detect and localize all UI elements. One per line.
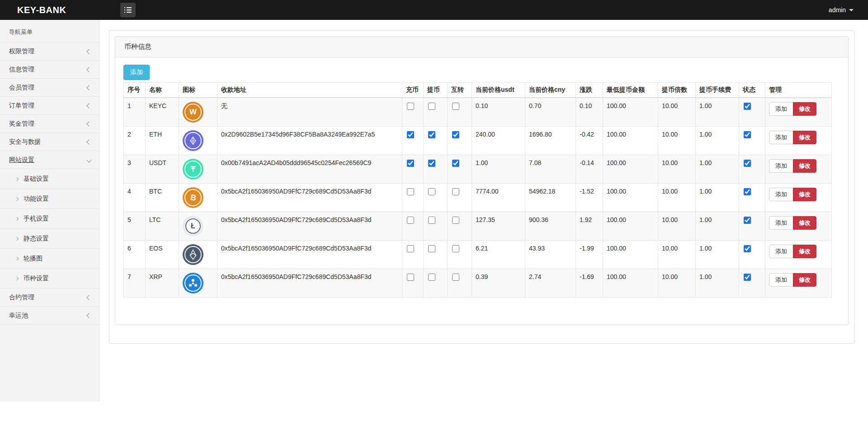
- keyc-coin-icon: W: [183, 102, 203, 123]
- withdraw-checkbox[interactable]: [428, 160, 435, 167]
- deposit-checkbox[interactable]: [407, 245, 414, 252]
- transfer-checkbox[interactable]: [452, 217, 459, 224]
- row-edit-button[interactable]: 修改: [793, 131, 816, 144]
- ltc-coin-icon: Ł: [183, 216, 203, 237]
- sidebar-item-label: 奖金管理: [9, 120, 87, 128]
- row-edit-button[interactable]: 修改: [793, 188, 816, 201]
- sidebar-nav: 权限管理信息管理会员管理订单管理奖金管理安全与数据网站设置基础设置功能设置手机设…: [0, 43, 99, 325]
- withdraw-checkbox[interactable]: [428, 103, 435, 110]
- column-header: 涨跌: [576, 83, 603, 98]
- row-edit-button[interactable]: 修改: [793, 245, 816, 258]
- sidebar-item-contracts[interactable]: 合约管理: [0, 289, 99, 307]
- cell-price-usdt: 0.39: [472, 269, 525, 298]
- sidebar-item-members[interactable]: 会员管理: [0, 79, 99, 97]
- deposit-checkbox[interactable]: [407, 274, 414, 281]
- column-header: 最低提币金额: [603, 83, 658, 98]
- cell-min-withdraw: 100.00: [603, 184, 658, 212]
- row-add-button[interactable]: 添加: [769, 131, 793, 144]
- withdraw-checkbox[interactable]: [428, 217, 435, 224]
- cell-icon: [179, 241, 217, 269]
- sidebar-item-site-settings[interactable]: 网站设置: [0, 151, 99, 169]
- row-edit-button[interactable]: 修改: [793, 216, 816, 230]
- row-add-button[interactable]: 添加: [769, 245, 793, 258]
- sidebar-item-permissions[interactable]: 权限管理: [0, 43, 99, 61]
- add-coin-button[interactable]: 添加: [123, 65, 150, 80]
- withdraw-checkbox[interactable]: [428, 188, 435, 195]
- row-add-button[interactable]: 添加: [769, 188, 793, 201]
- withdraw-checkbox[interactable]: [428, 245, 435, 252]
- cell-price-cny: 54962.18: [525, 184, 576, 212]
- deposit-checkbox[interactable]: [407, 131, 414, 138]
- column-header: 提币手续费: [696, 83, 739, 98]
- transfer-checkbox[interactable]: [452, 188, 459, 195]
- table-row: 5LTCŁ0x5bcA2f165036950AD9FfC729c689Cd5D5…: [124, 212, 832, 241]
- status-checkbox[interactable]: [744, 131, 751, 138]
- status-checkbox[interactable]: [744, 274, 751, 281]
- cell-change: -0.42: [576, 127, 603, 155]
- sidebar-subitem-basic-settings[interactable]: 基础设置: [0, 169, 99, 189]
- status-checkbox[interactable]: [744, 160, 751, 167]
- transfer-checkbox[interactable]: [452, 160, 459, 167]
- cell-change: -1.69: [576, 269, 603, 298]
- cell-index: 2: [124, 127, 146, 155]
- sidebar-toggle-button[interactable]: [120, 3, 136, 17]
- cell-status: [739, 241, 765, 269]
- status-checkbox[interactable]: [744, 217, 751, 224]
- row-add-button[interactable]: 添加: [769, 159, 793, 173]
- user-menu[interactable]: admin: [829, 0, 854, 20]
- sidebar-subitem-coin-settings[interactable]: 币种设置: [0, 269, 99, 289]
- column-header: 当前价格cny: [525, 83, 576, 98]
- row-edit-button[interactable]: 修改: [793, 273, 816, 287]
- row-add-button[interactable]: 添加: [769, 216, 793, 230]
- cell-name: ETH: [146, 127, 179, 155]
- cell-min-withdraw: 100.00: [603, 241, 658, 269]
- sidebar-item-security-data[interactable]: 安全与数据: [0, 133, 99, 151]
- status-checkbox[interactable]: [744, 103, 751, 110]
- sidebar-item-bonus[interactable]: 奖金管理: [0, 115, 99, 133]
- cell-min-withdraw: 100.00: [603, 127, 658, 155]
- status-checkbox[interactable]: [744, 188, 751, 195]
- cell-index: 3: [124, 155, 146, 184]
- cell-actions: 添加修改: [765, 127, 832, 155]
- withdraw-checkbox[interactable]: [428, 274, 435, 281]
- chevron-left-icon: [86, 313, 91, 318]
- status-checkbox[interactable]: [744, 245, 751, 252]
- sidebar-subitem-function-settings[interactable]: 功能设置: [0, 189, 99, 209]
- transfer-checkbox[interactable]: [452, 245, 459, 252]
- cell-withdraw-multiple: 10.00: [658, 155, 696, 184]
- deposit-checkbox[interactable]: [407, 160, 414, 167]
- sidebar-subitem-mobile-settings[interactable]: 手机设置: [0, 209, 99, 229]
- transfer-checkbox[interactable]: [452, 103, 459, 110]
- sidebar-item-lucky-pool[interactable]: 幸运池: [0, 307, 99, 325]
- table-row: 2ETH0x2D9602B5e17345d96F38CF5Ba8A3249Ea9…: [124, 127, 832, 155]
- cell-min-withdraw: 100.00: [603, 98, 658, 127]
- deposit-checkbox[interactable]: [407, 188, 414, 195]
- transfer-checkbox[interactable]: [452, 131, 459, 138]
- deposit-checkbox[interactable]: [407, 217, 414, 224]
- cell-actions: 添加修改: [765, 212, 832, 241]
- panel-title: 币种信息: [115, 37, 848, 57]
- withdraw-checkbox[interactable]: [428, 131, 435, 138]
- sidebar-section-label: 导航菜单: [0, 20, 99, 43]
- sidebar-item-orders[interactable]: 订单管理: [0, 97, 99, 115]
- sidebar-subitem-carousel[interactable]: 轮播图: [0, 249, 99, 269]
- cell-price-cny: 0.70: [525, 98, 576, 127]
- column-header: 名称: [146, 83, 179, 98]
- transfer-checkbox[interactable]: [452, 274, 459, 281]
- cell-address: 无: [217, 98, 402, 127]
- chevron-right-icon: [15, 177, 19, 180]
- coin-table: 序号名称图标收款地址充币提币互转当前价格usdt当前价格cny涨跌最低提币金额提…: [123, 82, 832, 298]
- coin-info-panel: 币种信息 添加 序号名称图标收款地址充币提币互转当前价格usdt当前价格cny涨…: [115, 36, 849, 325]
- cell-withdraw: [424, 269, 448, 298]
- deposit-checkbox[interactable]: [407, 103, 414, 110]
- row-edit-button[interactable]: 修改: [793, 159, 816, 173]
- cell-transfer: [448, 98, 472, 127]
- sidebar-subitem-static-settings[interactable]: 静态设置: [0, 229, 99, 249]
- cell-change: -1.99: [576, 241, 603, 269]
- sidebar-item-info[interactable]: 信息管理: [0, 61, 99, 79]
- panel-body: 添加 序号名称图标收款地址充币提币互转当前价格usdt当前价格cny涨跌最低提币…: [115, 57, 848, 325]
- row-edit-button[interactable]: 修改: [793, 102, 816, 116]
- sidebar-subitem-label: 基础设置: [24, 175, 49, 183]
- row-add-button[interactable]: 添加: [769, 273, 793, 287]
- row-add-button[interactable]: 添加: [769, 102, 793, 116]
